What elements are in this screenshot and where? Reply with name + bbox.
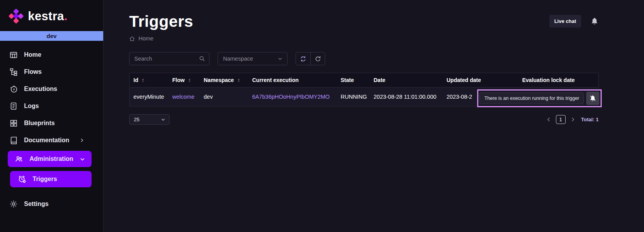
executions-icon xyxy=(9,85,18,93)
refresh-button-group xyxy=(296,52,325,65)
sidebar-item-settings[interactable]: Settings xyxy=(0,195,103,213)
page-title: Triggers xyxy=(129,12,599,31)
column-label: Flow xyxy=(172,77,185,83)
pagination: 1 Total: 1 xyxy=(546,115,599,124)
sidebar-item-label: Settings xyxy=(24,201,48,208)
cell-date: 2023-08-28 11:01:00.000 xyxy=(370,87,443,106)
next-page-icon[interactable] xyxy=(570,117,576,122)
live-chat-button[interactable]: Live chat xyxy=(549,15,581,28)
page-size-select[interactable]: 25 xyxy=(129,114,170,125)
chevron-down-icon xyxy=(277,56,283,61)
previous-page-icon[interactable] xyxy=(546,117,552,122)
blueprints-icon xyxy=(9,119,18,127)
cell-namespace: dev xyxy=(200,87,248,106)
namespace-select[interactable]: Namespace xyxy=(218,52,287,65)
total-count-label: Total: 1 xyxy=(581,117,599,122)
kestra-logo-icon xyxy=(9,9,24,24)
sidebar-item-label: Logs xyxy=(24,103,39,110)
column-header-flow[interactable]: Flow xyxy=(168,73,200,87)
column-header-state: State xyxy=(337,73,370,87)
settings-icon xyxy=(9,200,18,208)
sidebar-item-executions[interactable]: Executions xyxy=(0,80,103,98)
column-label: Id xyxy=(133,77,138,83)
sidebar-item-documentation[interactable]: Documentation xyxy=(0,132,103,149)
chevron-down-icon xyxy=(80,156,85,162)
search-input[interactable] xyxy=(134,56,196,62)
sort-icon[interactable] xyxy=(187,78,192,83)
filters-toolbar: Namespace xyxy=(129,52,599,65)
namespace-select-value: Namespace xyxy=(223,56,253,62)
breadcrumb: Home xyxy=(129,35,599,42)
execution-link[interactable]: 6A7b36pHOoHnyPIbOMY2MO xyxy=(252,94,330,100)
sidebar-item-home[interactable]: Home xyxy=(0,46,103,63)
sidebar-item-label: Administration xyxy=(29,155,73,162)
sort-icon[interactable] xyxy=(236,78,241,83)
home-icon xyxy=(9,51,18,59)
topbar-actions: Live chat xyxy=(549,15,599,28)
administration-icon xyxy=(15,155,23,163)
refresh-button[interactable] xyxy=(310,52,325,65)
brand-dot: . xyxy=(64,9,68,23)
sidebar-nav: Home Flows Executions Logs Blueprints xyxy=(0,41,103,213)
main-content: Live chat Triggers Home Namespace xyxy=(104,0,644,232)
sidebar-item-label: Triggers xyxy=(33,176,57,183)
breadcrumb-home-link[interactable]: Home xyxy=(138,35,154,42)
triggers-icon xyxy=(18,175,26,183)
brand-name: kestra. xyxy=(28,9,68,23)
environment-badge: dev xyxy=(0,31,103,41)
sidebar-item-flows[interactable]: Flows xyxy=(0,63,103,80)
sidebar-item-blueprints[interactable]: Blueprints xyxy=(0,115,103,132)
sidebar-item-logs[interactable]: Logs xyxy=(0,98,103,115)
flows-icon xyxy=(9,68,18,76)
trigger-lock-highlight: There is an execution running for this t… xyxy=(477,89,602,107)
sort-icon[interactable] xyxy=(140,78,145,83)
column-header-updated-date: Updated date xyxy=(443,73,518,87)
sidebar-item-administration[interactable]: Administration xyxy=(8,151,92,167)
search-box xyxy=(129,52,209,65)
column-header-namespace[interactable]: Namespace xyxy=(200,73,248,87)
column-label: Namespace xyxy=(204,77,234,83)
column-header-id[interactable]: Id xyxy=(130,73,168,87)
cell-flow: welcome xyxy=(168,87,200,106)
flow-link[interactable]: welcome xyxy=(172,94,194,100)
table-footer: 25 1 Total: 1 xyxy=(129,114,599,125)
home-breadcrumb-icon[interactable] xyxy=(129,36,135,42)
search-icon xyxy=(199,56,205,62)
page-number-button[interactable]: 1 xyxy=(556,115,566,124)
bell-off-icon xyxy=(589,95,596,102)
documentation-icon xyxy=(9,136,18,145)
sidebar-item-triggers[interactable]: Triggers xyxy=(10,171,92,187)
unlock-trigger-button[interactable] xyxy=(586,92,599,105)
chevron-right-icon xyxy=(79,138,85,143)
sidebar-item-label: Home xyxy=(24,51,41,58)
table-header-row: Id Flow Namespace Current execution Stat… xyxy=(130,73,598,87)
cell-state: RUNNING xyxy=(337,87,370,106)
column-header-date: Date xyxy=(370,73,443,87)
sidebar-item-label: Flows xyxy=(24,68,42,75)
brand-logo[interactable]: kestra. xyxy=(0,0,103,31)
logs-icon xyxy=(9,102,18,110)
sidebar-item-label: Documentation xyxy=(24,137,69,144)
column-header-current-execution: Current execution xyxy=(248,73,337,87)
cell-id: everyMinute xyxy=(130,87,168,106)
auto-refresh-button[interactable] xyxy=(296,52,310,65)
notifications-bell-icon[interactable] xyxy=(590,17,599,25)
sidebar-item-label: Executions xyxy=(24,85,57,92)
page-size-value: 25 xyxy=(134,117,139,122)
sidebar-item-label: Blueprints xyxy=(24,120,55,127)
triggers-table-wrap: Id Flow Namespace Current execution Stat… xyxy=(129,73,599,106)
cell-current-execution: 6A7b36pHOoHnyPIbOMY2MO xyxy=(248,87,337,106)
column-header-evaluation-lock-date: Evaluation lock date xyxy=(518,73,598,87)
chevron-down-icon xyxy=(161,117,166,122)
sidebar: kestra. dev Home Flows Executions Lo xyxy=(0,0,104,232)
execution-running-tooltip: There is an execution running for this t… xyxy=(480,92,584,104)
